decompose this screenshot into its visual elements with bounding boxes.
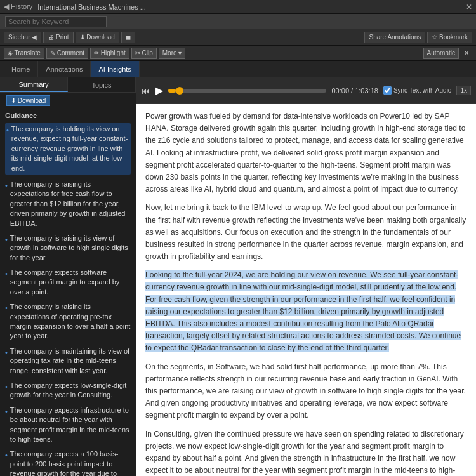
play-btn[interactable]: ▶ xyxy=(155,84,163,96)
guidance-item[interactable]: •The company is raising its expectations… xyxy=(5,302,131,341)
guidance-item-text: The company is raising its view of growt… xyxy=(10,234,131,263)
guidance-item[interactable]: •The company expects infrastructure to b… xyxy=(5,406,131,445)
highlight-btn[interactable]: ✏ Highlight xyxy=(90,48,129,59)
window-close-btn[interactable]: ✕ xyxy=(466,3,472,11)
time-display: 00:00 / 1:03:18 xyxy=(331,87,378,95)
bullet-icon: • xyxy=(5,269,8,279)
bullet-icon: • xyxy=(6,126,9,135)
guidance-item-text: The company expects low-single-digit gro… xyxy=(10,381,131,400)
transcript-paragraph: Looking to the full-year 2024, we are ho… xyxy=(145,269,467,354)
progress-dot xyxy=(176,87,183,95)
bullet-icon: • xyxy=(5,407,8,416)
extra-btn[interactable]: ◼ xyxy=(121,32,135,43)
clip-btn[interactable]: ✂ Clip xyxy=(131,48,157,59)
translate-btn[interactable]: ◈ Translate xyxy=(4,48,44,59)
tab-bar: Home Annotations AI Insights xyxy=(0,61,476,77)
search-bar xyxy=(0,14,476,29)
transcript-area[interactable]: Power growth was fueled by demand for da… xyxy=(136,104,476,476)
window-title: International Business Machines ... xyxy=(37,3,458,11)
prev-btn[interactable]: ⏮ xyxy=(142,86,150,96)
guidance-item-text: The company is maintaining its view of o… xyxy=(10,347,131,376)
lp-tab-summary[interactable]: Summary xyxy=(0,77,68,92)
guidance-item[interactable]: •The company expects low-single-digit gr… xyxy=(5,381,131,400)
left-panel: Summary Topics ⬇ Download Guidance •The … xyxy=(0,77,136,476)
lp-tab-topics[interactable]: Topics xyxy=(68,77,136,92)
guidance-item-text: The company is raising its expectations … xyxy=(10,302,131,341)
title-bar: ◀ History International Business Machine… xyxy=(0,0,476,14)
guidance-item[interactable]: •The company is holding its view on reve… xyxy=(5,123,131,175)
sync-text-audio[interactable]: Sync Text with Audio xyxy=(383,86,452,95)
toolbar2-close-btn[interactable]: ✕ xyxy=(461,48,472,59)
print-btn[interactable]: 🖨 Print xyxy=(43,32,73,43)
transcript-paragraph: In Consulting, given the continued press… xyxy=(145,428,467,477)
guidance-download-btn[interactable]: ⬇ Download xyxy=(6,95,50,106)
bullet-icon: • xyxy=(5,451,8,460)
transcript-highlighted-text: Looking to the full-year 2024, we are ho… xyxy=(145,270,461,352)
guidance-item-text: The company expects a 100 basis-point to… xyxy=(10,449,131,476)
transcript-paragraph: On the segments, in Software, we had sol… xyxy=(145,361,467,422)
guidance-label: Guidance xyxy=(0,109,136,121)
transcript-paragraph: Now, let me bring it back to the IBM lev… xyxy=(145,202,467,263)
tab-annotations[interactable]: Annotations xyxy=(38,61,91,77)
toolbar-right: Share Annotations ☆ Bookmark xyxy=(364,32,472,43)
right-content: ⏮ ▶ 00:00 / 1:03:18 Sync Text with Audio… xyxy=(136,77,476,476)
guidance-list: •The company is holding its view on reve… xyxy=(0,121,136,476)
toolbar-1: Sidebar ◀ 🖨 Print ⬇ Download ◼ Share Ann… xyxy=(0,29,476,46)
guidance-header: ⬇ Download xyxy=(0,93,136,109)
guidance-item-text: The company is raising its expectations … xyxy=(10,180,131,228)
sidebar-toggle-btn[interactable]: Sidebar ◀ xyxy=(4,32,41,43)
toolbar-2: ◈ Translate ✎ Comment ✏ Highlight ✂ Clip… xyxy=(0,46,476,61)
download-btn[interactable]: ⬇ Download xyxy=(76,32,119,43)
guidance-item[interactable]: •The company is maintaining its view of … xyxy=(5,347,131,376)
more-btn[interactable]: More ▾ xyxy=(159,48,186,59)
progress-fill xyxy=(168,89,176,93)
bullet-icon: • xyxy=(5,235,8,244)
share-annotations-btn[interactable]: Share Annotations xyxy=(364,32,425,43)
tab-home[interactable]: Home xyxy=(4,61,38,77)
search-input[interactable] xyxy=(5,16,107,27)
automatic-btn[interactable]: Automatic xyxy=(423,48,459,59)
speed-btn[interactable]: 1x xyxy=(456,86,471,95)
guidance-item[interactable]: •The company is raising its expectations… xyxy=(5,180,131,228)
guidance-item-text: The company is holding its view on reven… xyxy=(11,124,129,173)
bullet-icon: • xyxy=(5,181,8,190)
toolbar-left: Sidebar ◀ 🖨 Print ⬇ Download ◼ xyxy=(4,32,135,43)
left-panel-tabs: Summary Topics xyxy=(0,77,136,93)
history-back[interactable]: ◀ History xyxy=(4,3,32,11)
sync-label: Sync Text with Audio xyxy=(393,87,452,94)
guidance-item[interactable]: •The company expects software segment pr… xyxy=(5,268,131,297)
guidance-item[interactable]: •The company is raising its view of grow… xyxy=(5,234,131,263)
bullet-icon: • xyxy=(5,348,8,357)
bullet-icon: • xyxy=(5,382,8,392)
audio-bar: ⏮ ▶ 00:00 / 1:03:18 Sync Text with Audio… xyxy=(136,77,476,104)
guidance-item-text: The company expects software segment pro… xyxy=(10,268,131,297)
guidance-item[interactable]: •The company expects a 100 basis-point t… xyxy=(5,449,131,476)
transcript-paragraph: Power growth was fueled by demand for da… xyxy=(145,110,467,195)
progress-bar[interactable] xyxy=(168,89,326,93)
guidance-item-text: The company expects infrastructure to be… xyxy=(10,406,131,445)
comment-btn[interactable]: ✎ Comment xyxy=(46,48,88,59)
sync-checkbox[interactable] xyxy=(383,86,392,95)
main-area: Summary Topics ⬇ Download Guidance •The … xyxy=(0,77,476,476)
tab-ai-insights[interactable]: AI Insights xyxy=(91,61,139,77)
bullet-icon: • xyxy=(5,303,8,313)
bookmark-btn[interactable]: ☆ Bookmark xyxy=(427,32,472,43)
